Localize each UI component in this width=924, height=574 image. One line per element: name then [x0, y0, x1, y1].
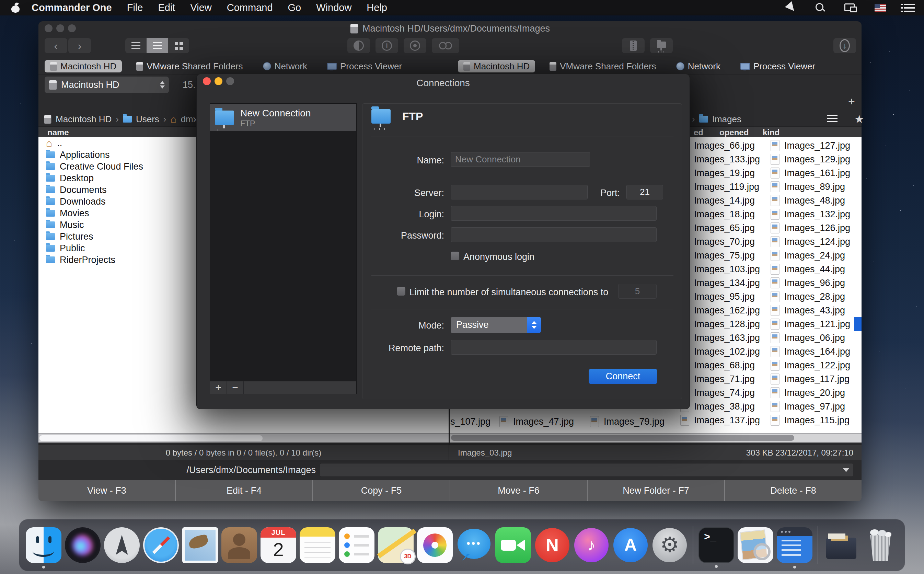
add-connection-button[interactable]: +: [210, 382, 227, 394]
selected-file-highlight[interactable]: [854, 317, 861, 331]
file-row[interactable]: Images_128.jpg: [680, 317, 770, 331]
file-row[interactable]: Images_103.jpg: [680, 262, 770, 276]
network-folder-button[interactable]: [650, 38, 673, 53]
view-list-button[interactable]: [125, 38, 146, 53]
password-field[interactable]: [451, 227, 656, 242]
dock-icon[interactable]: [104, 527, 140, 563]
view-options-icon[interactable]: [827, 115, 837, 123]
window-titlebar[interactable]: Macintosh HD/Users/dmx/Documents/Images: [38, 21, 861, 35]
menu-item[interactable]: Help: [367, 2, 387, 13]
archive-button[interactable]: [622, 38, 645, 53]
menu-item[interactable]: View: [190, 2, 211, 13]
file-row[interactable]: Images_163.jpg: [680, 331, 770, 345]
file-row[interactable]: Images_133.jpg: [680, 153, 770, 166]
command-input[interactable]: [320, 463, 853, 477]
file-row[interactable]: Images_134.jpg: [680, 276, 770, 290]
show-hidden-button[interactable]: [404, 38, 426, 53]
dock-icon[interactable]: A: [613, 527, 649, 563]
dock-icon[interactable]: [339, 527, 375, 563]
view-thumb-button[interactable]: [168, 38, 189, 53]
file-row[interactable]: Images_97.jpg: [771, 400, 861, 413]
file-row[interactable]: Images_28.jpg: [771, 290, 861, 303]
dock-icon[interactable]: 3D: [378, 527, 414, 563]
command-history-chevron-icon[interactable]: [843, 468, 849, 472]
function-key-button[interactable]: New Folder - F7: [588, 480, 724, 501]
app-menu[interactable]: Commander One: [31, 2, 112, 13]
pane-tab[interactable]: VMware Shared Folders: [131, 60, 248, 73]
dock-icon[interactable]: [495, 527, 531, 563]
menu-status-icon[interactable]: [814, 2, 826, 13]
dock-icon[interactable]: [417, 527, 453, 563]
file-row[interactable]: Images_122.jpg: [771, 358, 861, 372]
function-key-button[interactable]: Move - F6: [450, 480, 587, 501]
file-row[interactable]: Images_164.jpg: [771, 345, 861, 358]
right-horizontal-scrollbar[interactable]: [450, 433, 861, 443]
pane-tab[interactable]: Process Viewer: [322, 60, 408, 73]
file-row[interactable]: Images_71.jpg: [680, 372, 770, 386]
search-button[interactable]: [432, 38, 459, 53]
function-key-button[interactable]: Delete - F8: [725, 480, 861, 501]
dock-icon[interactable]: >_: [699, 527, 734, 563]
dock-icon[interactable]: [65, 527, 101, 563]
pane-tab[interactable]: Process Viewer: [735, 60, 821, 73]
dock-icon[interactable]: [863, 527, 898, 563]
dock-icon[interactable]: [738, 527, 773, 563]
file-row[interactable]: Images_43.jpg: [771, 303, 861, 317]
file-row[interactable]: Images_117.jpg: [771, 372, 861, 386]
menu-status-icon[interactable]: [875, 4, 886, 12]
dock-icon[interactable]: ♪: [573, 527, 609, 563]
file-row[interactable]: Images_68.jpg: [680, 358, 770, 372]
file-row[interactable]: Images_162.jpg: [680, 303, 770, 317]
column-header-opened[interactable]: opened: [719, 128, 749, 137]
file-row[interactable]: Images_127.jpg: [771, 139, 861, 153]
file-row[interactable]: Images_137.jpg: [680, 413, 770, 427]
pane-tab[interactable]: Network: [671, 60, 726, 73]
file-row[interactable]: Images_102.jpg: [680, 345, 770, 358]
function-key-button[interactable]: Edit - F4: [176, 480, 312, 501]
forward-button[interactable]: ›: [68, 38, 91, 53]
dock-icon[interactable]: [300, 527, 335, 563]
file-row[interactable]: Images_161.jpg: [771, 166, 861, 180]
function-key-button[interactable]: Copy - F5: [313, 480, 450, 501]
menu-item[interactable]: Window: [316, 2, 351, 13]
dock-icon[interactable]: ⚙: [652, 527, 688, 563]
dock-icon[interactable]: N: [534, 527, 570, 563]
file-row[interactable]: Images_124.jpg: [771, 235, 861, 249]
file-row[interactable]: Images_75.jpg: [680, 249, 770, 262]
scrollbar-thumb[interactable]: [451, 435, 794, 441]
file-row[interactable]: Images_96.jpg: [771, 276, 861, 290]
file-row[interactable]: Images_70.jpg: [680, 235, 770, 249]
anonymous-checkbox[interactable]: [451, 252, 459, 260]
file-row[interactable]: Images_121.jpg: [771, 317, 861, 331]
connect-button[interactable]: Connect: [589, 369, 657, 384]
file-row[interactable]: Images_47.jpg: [499, 415, 574, 429]
limit-connections-checkbox[interactable]: [397, 287, 405, 296]
remote-path-field[interactable]: [451, 340, 656, 355]
file-row[interactable]: Images_129.jpg: [771, 153, 861, 166]
dock-icon[interactable]: [823, 527, 859, 563]
back-button[interactable]: ‹: [45, 38, 67, 53]
file-row[interactable]: Images_65.jpg: [680, 221, 770, 235]
login-field[interactable]: [451, 206, 656, 221]
pane-tab[interactable]: Macintosh HD: [45, 60, 122, 73]
menu-status-icon[interactable]: [904, 4, 915, 12]
file-row[interactable]: s_107.jpg: [450, 415, 491, 429]
dock-icon[interactable]: JUL 2: [261, 527, 296, 563]
pane-tab[interactable]: Network: [257, 60, 313, 73]
file-row[interactable]: Images_18.jpg: [680, 207, 770, 221]
port-field[interactable]: [626, 185, 663, 199]
dock-icon[interactable]: [221, 527, 257, 563]
drive-selector[interactable]: Macintosh HD: [45, 77, 169, 93]
right-breadcrumb[interactable]: › Images: [692, 112, 741, 126]
scrollbar-thumb[interactable]: [39, 435, 263, 442]
file-row[interactable]: Images_79.jpg: [590, 415, 664, 429]
column-header-kind[interactable]: kind: [763, 128, 779, 137]
dock-icon[interactable]: [182, 527, 218, 563]
file-row[interactable]: Images_66.jpg: [680, 139, 770, 153]
downloads-button[interactable]: ↓: [833, 38, 856, 53]
mode-select[interactable]: Passive: [451, 317, 541, 333]
favorites-star-icon[interactable]: ★: [854, 113, 864, 126]
connection-list-item[interactable]: New Connection FTP: [210, 104, 356, 131]
add-tab-button[interactable]: +: [844, 94, 859, 109]
menu-item[interactable]: Go: [288, 2, 301, 13]
